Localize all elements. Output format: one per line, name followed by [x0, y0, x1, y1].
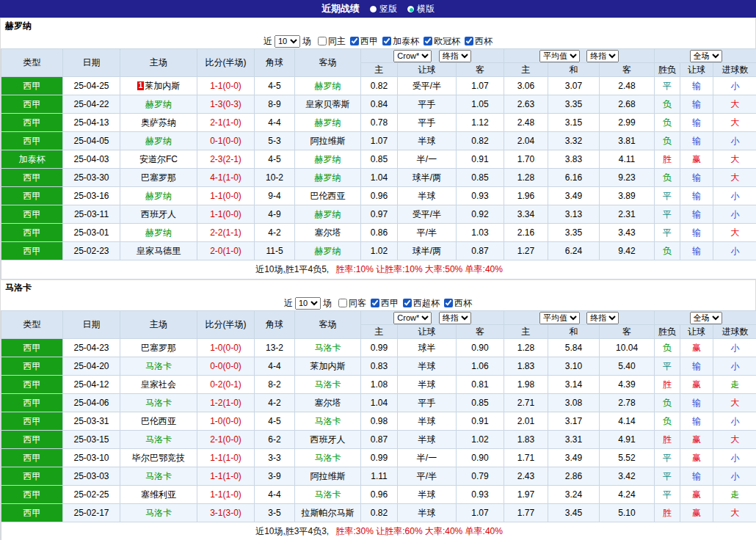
- col-header-type: 类型: [1, 49, 63, 77]
- away-team-cell: 马洛卡: [295, 376, 361, 394]
- home-odds-cell: 1.08: [361, 376, 398, 394]
- filter-checkbox[interactable]: 同主: [318, 35, 346, 48]
- score-cell: 2-0(1-0): [197, 242, 255, 260]
- match-row: 西甲25-04-20马洛卡0-0(0-0)4-4莱加内斯0.83半球1.061.…: [1, 357, 756, 376]
- checkbox-input[interactable]: [371, 299, 379, 307]
- average-select[interactable]: 平均值: [539, 50, 580, 62]
- away-team-cell: 马洛卡: [295, 339, 361, 357]
- date-cell: 25-04-22: [63, 95, 120, 114]
- fulltime-select[interactable]: 全场: [690, 312, 722, 324]
- handicap-line-cell: 半/一: [398, 150, 457, 169]
- avg-home-odds-cell: 1.83: [504, 431, 548, 449]
- section-girona: 赫罗纳 近 10 场 同主西甲加泰杯欧冠杯西杯 类型 日期 主场 比分(半场) …: [0, 18, 756, 280]
- score-cell: 2-2(1-1): [197, 224, 255, 242]
- filter-checkbox[interactable]: 西甲: [350, 35, 378, 48]
- away-team-cell: 西班牙人: [295, 431, 361, 449]
- summary-prefix: 近10场,胜1平4负5,: [255, 264, 329, 274]
- checkbox-input[interactable]: [382, 37, 391, 45]
- away-team-cell: 赫罗纳: [295, 205, 361, 224]
- home-team-cell: 奥萨苏纳: [120, 114, 197, 132]
- corner-cell: 3-9: [255, 467, 295, 486]
- away-odds-cell: 0.92: [457, 205, 504, 224]
- page-title: 近期战绩: [321, 2, 360, 15]
- sub-header-avg-away: 客: [600, 63, 655, 77]
- checkbox-input[interactable]: [318, 37, 327, 45]
- filter-checkbox[interactable]: 西超杯: [403, 297, 440, 310]
- checkbox-input[interactable]: [338, 299, 347, 307]
- date-cell: 25-04-03: [63, 150, 120, 169]
- sub-header-handicap: 让球: [398, 63, 457, 77]
- goals-result-cell: 大: [713, 224, 756, 242]
- col-header-type: 类型: [1, 311, 63, 339]
- league-cell: 西甲: [1, 449, 63, 467]
- checkbox-input[interactable]: [444, 299, 453, 307]
- away-odds-cell: 1.05: [457, 95, 504, 114]
- away-odds-cell: 1.12: [457, 114, 504, 132]
- corner-cell: 4-4: [255, 486, 295, 504]
- odds-stage-select[interactable]: 终指: [439, 50, 471, 62]
- odds-stage-select[interactable]: 终指: [439, 312, 471, 324]
- match-row: 西甲25-04-23巴塞罗那1-0(0-0)13-2马洛卡0.99球半0.901…: [1, 339, 756, 357]
- outcome-result-cell: 负: [655, 132, 680, 150]
- avg-stage-select[interactable]: 终指: [586, 50, 619, 62]
- match-row: 西甲25-02-23皇家马德里2-0(1-0)11-5赫罗纳1.02球半/两0.…: [1, 242, 756, 260]
- bookmaker-select[interactable]: Crow*: [393, 312, 432, 324]
- col-header-home: 主场: [120, 311, 197, 339]
- average-select[interactable]: 平均值: [539, 312, 580, 324]
- corner-cell: 4-9: [255, 205, 295, 224]
- filter-checkbox[interactable]: 西甲: [371, 297, 399, 310]
- home-odds-cell: 0.83: [361, 357, 398, 376]
- date-cell: 25-03-10: [63, 449, 120, 467]
- recent-count-select[interactable]: 10: [275, 35, 300, 48]
- score-cell: 0-0(0-0): [197, 357, 255, 376]
- avg-home-odds-cell: 1.28: [504, 169, 548, 187]
- away-team-cell: 皇家贝蒂斯: [295, 95, 361, 114]
- away-team-cell: 马洛卡: [295, 412, 361, 431]
- filter-bar: 近 10 场 同主西甲加泰杯欧冠杯西杯: [1, 34, 755, 48]
- sub-header-away-odds: 客: [457, 63, 504, 77]
- filter-checkbox[interactable]: 同客: [338, 297, 366, 310]
- filter-checkbox[interactable]: 欧冠杯: [424, 35, 460, 48]
- avg-draw-odds-cell: 6.16: [548, 169, 600, 187]
- checkbox-input[interactable]: [350, 37, 359, 45]
- outcome-result-cell: 胜: [655, 376, 680, 394]
- away-odds-cell: 0.90: [457, 449, 504, 467]
- radio-vertical-layout[interactable]: 竖版: [370, 3, 397, 15]
- handicap-result-cell: 输: [680, 187, 713, 205]
- handicap-line-cell: 平/半: [398, 224, 457, 242]
- away-team-cell: 马洛卡: [295, 449, 361, 467]
- handicap-result-cell: 赢: [680, 339, 713, 357]
- handicap-result-cell: 赢: [680, 504, 713, 522]
- handicap-result-cell: 赢: [680, 376, 713, 394]
- filter-checkbox[interactable]: 加泰杯: [382, 35, 419, 48]
- handicap-result-cell: 赢: [680, 150, 713, 169]
- score-cell: 1-0(0-0): [197, 339, 255, 357]
- avg-draw-odds-cell: 3.35: [548, 95, 600, 114]
- checkbox-input[interactable]: [465, 37, 473, 45]
- handicap-line-cell: 受平/半: [398, 77, 457, 95]
- bookmaker-select[interactable]: Crow*: [393, 50, 432, 62]
- radio-horizontal-layout[interactable]: 横版: [407, 3, 435, 15]
- away-odds-cell: 0.85: [457, 394, 504, 412]
- match-row: 西甲25-03-01赫罗纳2-2(1-1)4-2塞尔塔0.86平/半1.032.…: [1, 224, 756, 242]
- avg-stage-select[interactable]: 终指: [586, 312, 619, 324]
- recent-count-select[interactable]: 10: [295, 297, 321, 310]
- filter-checkbox[interactable]: 西杯: [465, 35, 493, 48]
- score-cell: 1-1(0-0): [197, 77, 255, 95]
- league-cell: 西甲: [1, 357, 63, 376]
- avg-draw-odds-cell: 3.07: [548, 77, 600, 95]
- handicap-result-cell: 输: [680, 224, 713, 242]
- handicap-line-cell: 半球: [398, 486, 457, 504]
- odds-group-header: Crow* 终指: [361, 49, 504, 63]
- avg-home-odds-cell: 2.01: [504, 412, 548, 431]
- home-team-cell: 巴伦西亚: [120, 412, 197, 431]
- fulltime-select[interactable]: 全场: [690, 50, 722, 62]
- radio-icon: [407, 6, 414, 12]
- goals-result-cell: 大: [713, 169, 756, 187]
- avg-home-odds-cell: 2.71: [504, 394, 548, 412]
- checkbox-input[interactable]: [403, 299, 412, 307]
- checkbox-input[interactable]: [424, 37, 432, 45]
- handicap-result-cell: 输: [680, 169, 713, 187]
- avg-away-odds-cell: 2.31: [600, 205, 655, 224]
- filter-checkbox[interactable]: 西杯: [444, 297, 472, 310]
